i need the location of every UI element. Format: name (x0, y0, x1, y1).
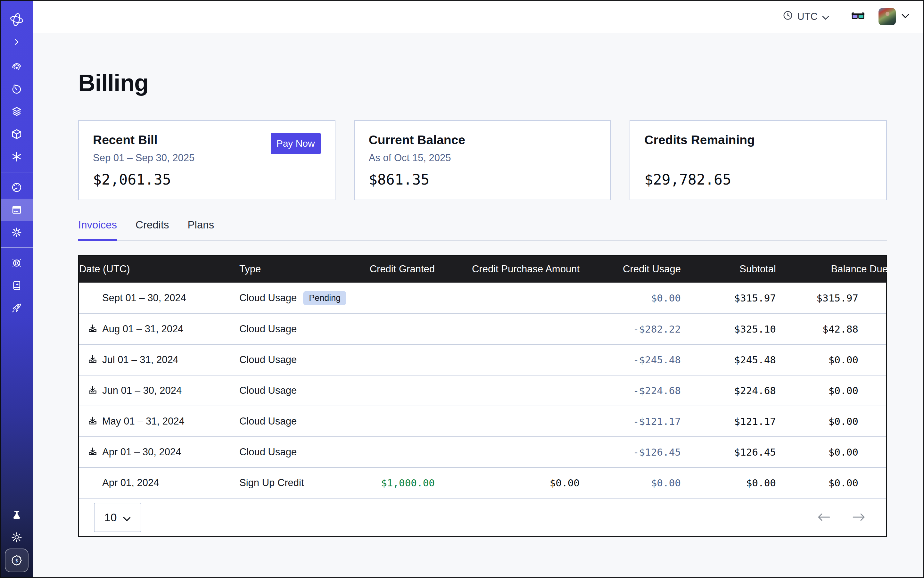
gear-icon (11, 227, 23, 238)
card-title: Current Balance (369, 133, 596, 147)
main-area: UTC (32, 1, 923, 577)
sidebar-item-docs[interactable] (1, 274, 32, 297)
chevron-right-icon (12, 37, 21, 47)
brand-logo[interactable] (1, 8, 32, 31)
cell-type: Cloud Usage Pending (239, 291, 355, 305)
observe-spiral-icon (11, 61, 23, 73)
cell-subtotal: $121.17 (681, 416, 776, 427)
pay-now-button[interactable]: Pay Now (271, 133, 321, 154)
sidebar-item-layers[interactable] (1, 101, 32, 123)
download-invoice-button[interactable] (88, 385, 98, 396)
timezone-label: UTC (797, 11, 818, 23)
tab-credits[interactable]: Credits (136, 219, 169, 241)
cell-credit-usage: $0.00 (580, 292, 681, 304)
timezone-selector[interactable]: UTC (783, 11, 829, 23)
tab-invoices[interactable]: Invoices (78, 219, 117, 241)
tab-plans[interactable]: Plans (188, 219, 214, 241)
cell-subtotal: $0.00 (681, 477, 776, 489)
download-invoice-button[interactable] (88, 324, 98, 335)
current-balance-card: Current Balance As of Oct 15, 2025 $861.… (354, 120, 611, 200)
gauge-icon (11, 182, 23, 193)
sidebar-item-settings[interactable] (1, 221, 32, 244)
account-menu[interactable] (879, 8, 909, 25)
table-row: Jun 01 – 30, 2024 Cloud Usage -$224.68 $… (79, 375, 886, 406)
arrow-right-icon (852, 512, 866, 523)
col-balance-due: Balance Due (776, 263, 888, 275)
sidebar-item-billing[interactable] (1, 199, 32, 221)
card-title: Credits Remaining (644, 133, 872, 147)
clock-icon (783, 11, 792, 23)
cell-type: Cloud Usage (239, 354, 355, 365)
cell-type: Cloud Usage (239, 323, 355, 335)
helm-icon (11, 257, 23, 269)
col-date: Date (UTC) (79, 263, 239, 275)
cell-balance-due: $42.88 (776, 323, 888, 335)
cell-credit-usage: -$224.68 (580, 385, 681, 396)
sidebar-credits-button[interactable]: $ (5, 549, 29, 572)
cell-balance-due: $0.00 (776, 354, 888, 365)
cell-balance-due: $0.00 (776, 446, 888, 458)
cell-date: Apr 01 – 30, 2024 (79, 446, 239, 458)
billing-tabs: Invoices Credits Plans (78, 219, 887, 240)
sidebar-item-theme[interactable] (1, 526, 32, 549)
download-invoice-button[interactable] (88, 416, 98, 427)
dollar-badge-icon: $ (10, 554, 23, 567)
avatar (879, 8, 896, 25)
sidebar-item-launch[interactable] (1, 297, 32, 319)
download-invoice-button[interactable] (88, 446, 98, 458)
balance-as-of: As of Oct 15, 2025 (369, 152, 596, 164)
table-row: Apr 01 – 30, 2024 Cloud Usage -$126.45 $… (79, 437, 886, 467)
cell-date: Jul 01 – 31, 2024 (79, 354, 239, 365)
sidebar-item-timer[interactable] (1, 78, 32, 101)
billing-page: $ UTC (0, 0, 924, 578)
table-row: Apr 01, 2024 Sign Up Credit $1,000.00 $0… (79, 467, 886, 498)
cell-type: Cloud Usage (239, 446, 355, 458)
sidebar-item-usage[interactable] (1, 176, 32, 199)
page-size-value: 10 (104, 511, 117, 524)
recent-bill-card: Recent Bill Sep 01 – Sep 30, 2025 $2,061… (78, 120, 335, 200)
sidebar-item-labs[interactable] (1, 504, 32, 526)
sidebar-item-cube[interactable] (1, 123, 32, 146)
arrow-left-icon (817, 512, 831, 523)
current-balance-amount: $861.35 (369, 171, 430, 188)
reader-mode-button[interactable] (850, 11, 866, 22)
billing-card-icon (11, 204, 23, 216)
page-size-select[interactable]: 10 (94, 503, 141, 532)
asterisk-icon (11, 151, 22, 162)
download-icon (88, 354, 98, 365)
sidebar-divider (1, 247, 32, 248)
cell-subtotal: $315.97 (681, 292, 776, 304)
sidebar-expand-button[interactable] (1, 31, 32, 53)
col-credit-purchase: Credit Purchase Amount (435, 263, 580, 275)
credits-remaining-card: Credits Remaining $29,782.65 (630, 120, 887, 200)
next-page-button[interactable] (852, 512, 866, 523)
cell-type: Cloud Usage (239, 416, 355, 427)
cell-credit-usage: -$282.22 (580, 323, 681, 335)
book-sparkle-icon (11, 280, 23, 291)
col-credit-usage: Credit Usage (580, 263, 681, 275)
cell-type: Sign Up Credit (239, 477, 355, 489)
content: Billing Recent Bill Sep 01 – Sep 30, 202… (32, 33, 923, 577)
cell-credit-granted: $1,000.00 (355, 477, 435, 489)
cell-subtotal: $325.10 (681, 323, 776, 335)
table-header: Date (UTC) Type Credit Granted Credit Pu… (79, 256, 886, 283)
cell-subtotal: $224.68 (681, 385, 776, 396)
sidebar: $ (1, 1, 32, 577)
sidebar-item-observe[interactable] (1, 56, 32, 78)
download-invoice-button[interactable] (88, 354, 98, 365)
sidebar-divider (1, 172, 32, 172)
cell-date: Jun 01 – 30, 2024 (79, 385, 239, 396)
sidebar-item-helm[interactable] (1, 252, 32, 274)
sidebar-item-asterisk[interactable] (1, 146, 32, 168)
cell-subtotal: $126.45 (681, 446, 776, 458)
rocket-icon (11, 302, 23, 314)
pagination (817, 512, 866, 523)
col-credit-granted: Credit Granted (355, 263, 435, 275)
svg-text:$: $ (15, 557, 18, 563)
cell-date: Sept 01 – 30, 2024 (79, 292, 239, 304)
cell-balance-due: $0.00 (776, 416, 888, 427)
cell-subtotal: $245.48 (681, 354, 776, 365)
page-title: Billing (78, 69, 887, 96)
summary-cards: Recent Bill Sep 01 – Sep 30, 2025 $2,061… (78, 120, 887, 200)
prev-page-button[interactable] (817, 512, 831, 523)
